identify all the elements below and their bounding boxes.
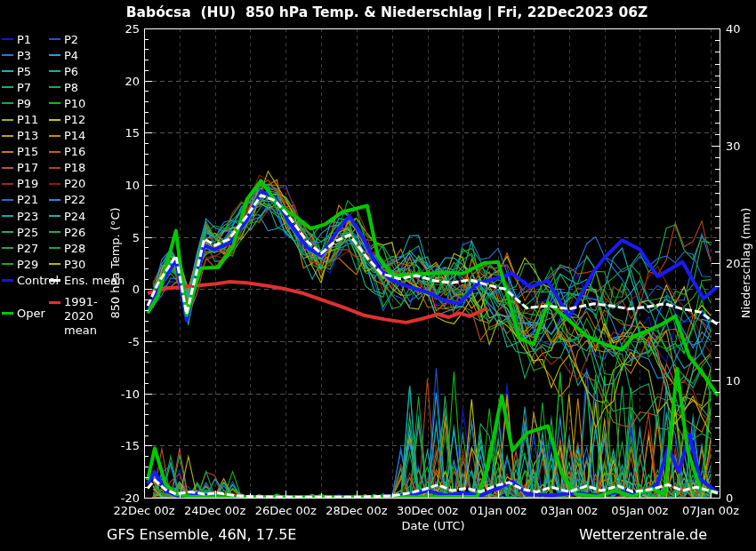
legend-entry-p21: P21 bbox=[2, 192, 49, 208]
legend-entry-p14: P14 bbox=[49, 128, 111, 144]
y-left-tick-15: 15 bbox=[125, 126, 140, 140]
climate-mean-label-line1: 1991-2020 bbox=[64, 295, 98, 323]
legend-grid: P1P2P3P4P5P6P7P8P9P10P11P12P13P14P15P16P… bbox=[2, 31, 117, 289]
p20-swatch bbox=[49, 183, 60, 185]
climate-mean-swatch bbox=[49, 301, 60, 304]
p9-label: P9 bbox=[17, 98, 31, 109]
p23-swatch bbox=[2, 215, 13, 217]
p22-swatch bbox=[49, 199, 60, 201]
legend-entry-p1: P1 bbox=[2, 31, 49, 47]
legend-entry-p25: P25 bbox=[2, 224, 49, 240]
y-left-tick-10: 10 bbox=[125, 179, 140, 192]
p7-swatch bbox=[2, 86, 13, 88]
p5-swatch bbox=[2, 70, 13, 72]
legend-entry-p13: P13 bbox=[2, 128, 49, 144]
legend-entry-p17: P17 bbox=[2, 160, 49, 176]
p30-label: P30 bbox=[64, 259, 85, 270]
x-tick-2: 24Dec 00z bbox=[184, 504, 245, 517]
x-tick-16: 07Jan 00z bbox=[682, 504, 739, 517]
x-axis-title: Date (UTC) bbox=[401, 519, 464, 532]
y-left-tick-25: 25 bbox=[125, 22, 140, 36]
p1-label: P1 bbox=[17, 34, 31, 45]
p8-swatch bbox=[49, 86, 60, 88]
x-tick-6: 28Dec 00z bbox=[326, 504, 387, 517]
legend-entry-p7: P7 bbox=[2, 79, 49, 95]
p1-swatch bbox=[2, 38, 13, 40]
y-right-tick-0: 0 bbox=[726, 491, 733, 505]
p12-label: P12 bbox=[64, 114, 85, 125]
p29-swatch bbox=[2, 263, 13, 265]
p28-label: P28 bbox=[64, 243, 85, 254]
legend-entry-p10: P10 bbox=[49, 95, 111, 111]
p3-swatch bbox=[2, 54, 13, 56]
p15-label: P15 bbox=[17, 146, 38, 157]
p20-label: P20 bbox=[64, 178, 85, 189]
legend-entry-p3: P3 bbox=[2, 47, 49, 63]
legend-entry-climate-mean: 1991-2020 mean bbox=[49, 295, 117, 338]
legend-entry-p15: P15 bbox=[2, 144, 49, 160]
legend-entry-p22: P22 bbox=[49, 192, 111, 208]
p24-label: P24 bbox=[64, 211, 85, 222]
footer-model-info: GFS Ensemble, 46N, 17.5E bbox=[107, 526, 296, 543]
legend-entry-p19: P19 bbox=[2, 176, 49, 192]
y-left-tick--5: -5 bbox=[128, 335, 140, 348]
legend-entry-p12: P12 bbox=[49, 112, 111, 128]
x-tick-14: 05Jan 00z bbox=[611, 504, 668, 517]
p15-swatch bbox=[2, 151, 13, 153]
x-tick-0: 22Dec 00z bbox=[113, 504, 174, 517]
legend-entry-p11: P11 bbox=[2, 112, 49, 128]
y-right-tick-30: 30 bbox=[726, 140, 741, 153]
ensemble-legend: P1P2P3P4P5P6P7P8P9P10P11P12P13P14P15P16P… bbox=[2, 31, 117, 338]
chart-title: Babócsa (HU) 850 hPa Temp. & Niederschla… bbox=[116, 4, 658, 20]
p26-swatch bbox=[49, 231, 60, 233]
y-right-tick-20: 20 bbox=[726, 257, 741, 270]
legend-entry-p2: P2 bbox=[49, 31, 111, 47]
y-left-tick--20: -20 bbox=[121, 491, 140, 505]
legend-entry-p23: P23 bbox=[2, 208, 49, 224]
climate-mean-label-line2: mean bbox=[64, 323, 97, 337]
p13-label: P13 bbox=[17, 130, 38, 141]
legend-entry-p20: P20 bbox=[49, 176, 111, 192]
p5-label: P5 bbox=[17, 66, 31, 77]
p14-label: P14 bbox=[64, 130, 85, 141]
p22-label: P22 bbox=[64, 194, 85, 205]
p11-swatch bbox=[2, 119, 13, 121]
y-left-tick-0: 0 bbox=[133, 283, 140, 296]
meteogram-page: Babócsa (HU) 850 hPa Temp. & Niederschla… bbox=[0, 0, 756, 551]
y-right-axis-title: Niederschlag (mm) bbox=[739, 208, 752, 319]
p4-label: P4 bbox=[64, 50, 78, 61]
oper-label: Oper bbox=[17, 307, 45, 319]
p25-label: P25 bbox=[17, 227, 38, 238]
p26-label: P26 bbox=[64, 227, 85, 238]
p12-swatch bbox=[49, 119, 60, 121]
p6-swatch bbox=[49, 70, 60, 72]
p3-label: P3 bbox=[17, 50, 31, 61]
p21-label: P21 bbox=[17, 194, 38, 205]
y-left-tick-20: 20 bbox=[125, 74, 140, 87]
legend-entry-oper: Oper bbox=[2, 307, 45, 319]
p13-swatch bbox=[2, 135, 13, 137]
legend-entry-p8: P8 bbox=[49, 79, 111, 95]
p18-swatch bbox=[49, 167, 60, 169]
legend-entry-p6: P6 bbox=[49, 63, 111, 79]
p8-label: P8 bbox=[64, 82, 78, 93]
p14-swatch bbox=[49, 135, 60, 137]
legend-entry-control: Control bbox=[2, 272, 49, 288]
y-left-tick--15: -15 bbox=[121, 439, 140, 452]
p23-label: P23 bbox=[17, 211, 38, 222]
legend-entry-p26: P26 bbox=[49, 224, 111, 240]
p10-label: P10 bbox=[64, 98, 85, 109]
p19-label: P19 bbox=[17, 178, 38, 189]
legend-entry-p28: P28 bbox=[49, 240, 111, 256]
p28-swatch bbox=[49, 247, 60, 249]
p6-label: P6 bbox=[64, 66, 78, 77]
p24-swatch bbox=[49, 215, 60, 217]
p4-swatch bbox=[49, 54, 60, 56]
p11-label: P11 bbox=[17, 114, 38, 125]
p30-swatch bbox=[49, 263, 60, 265]
footer-brand: Wetterzentrale.de bbox=[579, 526, 707, 543]
y-right-tick-10: 10 bbox=[726, 374, 741, 387]
y-right-tick-40: 40 bbox=[726, 22, 741, 36]
x-tick-10: 01Jan 00z bbox=[470, 504, 527, 517]
legend-entry-p5: P5 bbox=[2, 63, 49, 79]
